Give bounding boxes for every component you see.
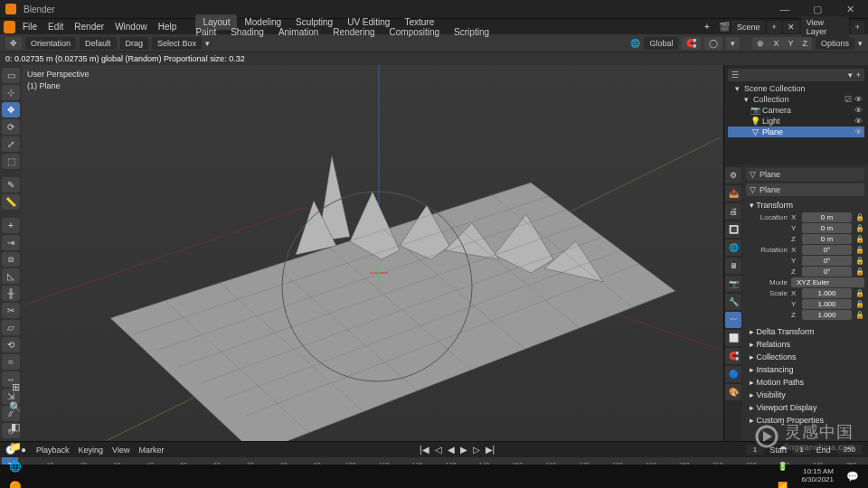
orientation-dropdown[interactable]: Orientation (25, 37, 76, 50)
dropdown-chevron-icon[interactable]: ▾ (205, 39, 210, 48)
rotation-x-field[interactable]: 0° (802, 245, 852, 255)
visibility-toggle[interactable]: ☑ 👁 (844, 95, 863, 104)
inset-tool[interactable]: ⧈ (2, 252, 20, 267)
viewlayer-new-button[interactable]: + (851, 21, 864, 33)
extrude-tool[interactable]: ⇥ (2, 235, 20, 250)
location-y-field[interactable]: 0 m (802, 223, 852, 233)
rotate-tool[interactable]: ⟳ (2, 119, 20, 135)
options-chevron-icon[interactable]: ▾ (858, 39, 863, 48)
start-frame-field[interactable]: 1 (792, 445, 810, 455)
proportional-button[interactable]: ◯ (704, 37, 722, 50)
section-viewport-display[interactable]: Viewport Display (746, 401, 864, 414)
props-tab-4[interactable]: 🌐 (725, 239, 741, 256)
datablock-name-field[interactable]: Plane (760, 185, 861, 194)
scene-new-button[interactable]: + (767, 21, 780, 33)
menu-edit[interactable]: Edit (42, 20, 69, 33)
select-tool[interactable]: ⊹ (2, 85, 20, 100)
section-instancing[interactable]: Instancing (746, 363, 864, 376)
section-collections[interactable]: Collections (746, 351, 864, 363)
visibility-toggle[interactable]: 👁 (854, 106, 863, 115)
props-tab-0[interactable]: ⚙ (725, 167, 741, 183)
knife-tool[interactable]: ✂ (2, 303, 20, 318)
blender-logo-icon[interactable] (4, 21, 15, 33)
taskbar-item-1[interactable]: 🔍 (4, 397, 27, 417)
outliner-item-collection[interactable]: ▾Collection☑ 👁 (728, 94, 864, 105)
rotation-z-field[interactable]: 0° (802, 267, 852, 277)
tray-item-3[interactable]: 📶 (771, 476, 795, 488)
play-button[interactable]: ▶ (460, 445, 467, 455)
props-tab-5[interactable]: 🖥 (725, 258, 741, 274)
mirror-y-button[interactable]: Y (783, 37, 797, 50)
menu-window[interactable]: Window (109, 20, 153, 33)
add-workspace-button[interactable]: + (699, 20, 715, 33)
timeline-menu-playback[interactable]: Playback (32, 446, 74, 455)
props-tab-9[interactable]: ⬜ (725, 330, 741, 346)
section-delta-transform[interactable]: Delta Transform (746, 325, 864, 338)
tray-item-0[interactable]: ⌃ (771, 417, 795, 436)
measure-tool[interactable]: 📏 (2, 194, 20, 210)
transform-gizmo-icon[interactable]: ✥ (5, 37, 22, 50)
scale-x-field[interactable]: 1.000 (802, 288, 852, 298)
scale-tool[interactable]: ⤢ (2, 136, 20, 152)
global-dropdown[interactable]: Global (644, 37, 678, 50)
current-frame-field[interactable]: 1 (746, 445, 764, 455)
scene-delete-button[interactable]: ✕ (783, 21, 799, 33)
section-custom-properties[interactable]: Custom Properties (746, 414, 864, 427)
props-tab-12[interactable]: 🎨 (725, 384, 741, 400)
workspace-tab-shading[interactable]: Shading (223, 24, 271, 40)
outliner-item-camera[interactable]: 📷Camera👁 (728, 105, 864, 116)
location-x-field[interactable]: 0 m (802, 212, 852, 222)
lock-icon[interactable]: 🔒 (855, 246, 864, 254)
props-tab-10[interactable]: 🧲 (725, 348, 741, 364)
lock-icon[interactable]: 🔒 (855, 300, 864, 308)
system-clock[interactable]: 10:15 AM6/30/2021 (796, 468, 839, 484)
add-tool[interactable]: + (2, 218, 20, 233)
menu-render[interactable]: Render (69, 20, 109, 33)
taskbar-item-4[interactable]: 🌐 (4, 456, 27, 476)
move-tool[interactable]: ✥ (2, 102, 20, 117)
mirror-x-button[interactable]: X (769, 37, 783, 50)
play-reverse-button[interactable]: ◀ (448, 445, 455, 455)
taskbar-item-2[interactable]: ◧ (4, 417, 27, 436)
smooth-tool[interactable]: ≈ (2, 354, 20, 370)
props-tab-2[interactable]: 🖨 (725, 203, 741, 220)
lock-icon[interactable]: 🔒 (855, 257, 864, 265)
taskbar-item-0[interactable]: ⊞ (4, 377, 27, 397)
lock-icon[interactable]: 🔒 (855, 311, 864, 319)
outliner-search-input[interactable] (742, 70, 844, 80)
taskbar-item-5[interactable]: 🟠 (4, 476, 27, 488)
transform-section-header[interactable]: Transform (746, 199, 864, 211)
notifications-button[interactable]: 💬 (841, 466, 864, 486)
pivot-default-dropdown[interactable]: Default (80, 37, 117, 50)
proportional-falloff-button[interactable]: ▾ (726, 37, 740, 50)
lock-icon[interactable]: 🔒 (855, 289, 864, 297)
rotation-y-field[interactable]: 0° (802, 256, 852, 266)
lock-icon[interactable]: 🔒 (855, 213, 864, 221)
visibility-toggle[interactable]: 👁 (854, 117, 863, 126)
outliner-item-plane[interactable]: ▽Plane👁 (728, 127, 864, 137)
props-tab-11[interactable]: 🔵 (725, 366, 741, 382)
jump-last-button[interactable]: ▶| (486, 445, 495, 455)
lock-icon[interactable]: 🔒 (855, 235, 864, 243)
end-frame-field[interactable]: 250 (836, 445, 863, 455)
visibility-toggle[interactable]: 👁 (854, 127, 863, 136)
section-visibility[interactable]: Visibility (746, 389, 864, 401)
props-tab-7[interactable]: 🔧 (725, 294, 741, 310)
tray-item-2[interactable]: 🔋 (771, 456, 795, 476)
close-button[interactable]: ✕ (837, 4, 863, 15)
lock-icon[interactable]: 🔒 (855, 267, 864, 276)
taskbar-item-3[interactable]: 📁 (4, 436, 27, 456)
outliner-filter-button[interactable]: ▾ (848, 70, 853, 80)
maximize-button[interactable]: ▢ (805, 4, 830, 15)
section-relations[interactable]: Relations (746, 338, 864, 351)
3d-viewport[interactable]: User Perspective (1) Plane (22, 65, 723, 441)
workspace-tab-compositing[interactable]: Compositing (382, 24, 448, 40)
outliner-new-collection-button[interactable]: + (856, 70, 861, 80)
lock-icon[interactable]: 🔒 (855, 224, 864, 232)
section-motion-paths[interactable]: Motion Paths (746, 376, 864, 389)
outliner-display-icon[interactable]: ☰ (731, 70, 739, 80)
spin-tool[interactable]: ⟲ (2, 337, 20, 352)
outliner-item-light[interactable]: 💡Light👁 (728, 116, 864, 127)
scene-selector[interactable]: Scene (731, 21, 766, 33)
scale-z-field[interactable]: 1.000 (802, 310, 852, 320)
